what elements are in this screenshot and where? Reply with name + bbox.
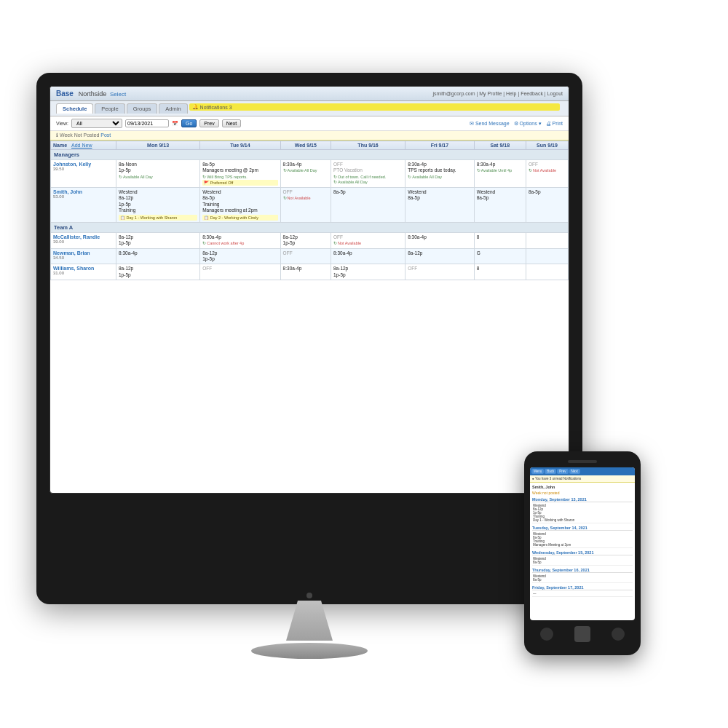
view-select[interactable]: All — [71, 119, 122, 128]
phone-entry: Westend8a-5p — [532, 556, 633, 566]
cell: 8 — [474, 232, 526, 248]
group-team-a: Team A — [51, 222, 569, 232]
cell: 8a-5p — [526, 187, 568, 222]
phone-app: Menu Back Prev Next ● You have 3 unread … — [530, 467, 635, 600]
toolbar-right: ✉ Send Message ⚙ Options ▾ 🖨 Print — [470, 121, 563, 127]
send-message-button[interactable]: ✉ Send Message — [470, 121, 510, 127]
phone-entry: — — [532, 591, 633, 597]
schedule-app: Base Northside Select jsmith@gcorp.com |… — [50, 87, 569, 493]
employee-hours: 34.50 — [53, 256, 114, 260]
col-name: Name Add New — [51, 141, 116, 150]
cell: 8a-12p1p-5p — [331, 264, 405, 280]
cell: 8a-5pManagers meeting @ 2pm Will Bring T… — [200, 160, 280, 188]
cell: 8 — [474, 264, 526, 280]
add-new-link[interactable]: Add New — [71, 143, 92, 148]
cell: Westend8a-5p — [474, 187, 526, 222]
phone-entry: Westend8a-5p — [532, 574, 633, 583]
app-logo: Base Northside Select — [56, 90, 126, 98]
employee-cell-smith: Smith, John 53.00 — [51, 187, 116, 222]
group-label-managers: Managers — [51, 150, 569, 160]
mobile-phone: Menu Back Prev Next ● You have 3 unread … — [524, 451, 641, 655]
cell: Westend8a-5pTrainingManagers meeting at … — [200, 187, 280, 222]
cell: 8a-Noon1p-5p Available All Day — [116, 160, 200, 188]
phone-back-btn[interactable]: Back — [545, 469, 556, 474]
col-wed: Wed 9/15 — [280, 141, 331, 150]
cell: OFF Not Available — [280, 187, 331, 222]
monitor-bezel-dot — [306, 593, 312, 598]
phone-day-header: Thursday, September 16, 2021 — [532, 568, 633, 573]
schedule-table-wrapper: Name Add New Mon 9/13 Tue 9/14 Wed 9/15 … — [50, 141, 569, 492]
phone-entry: Westend8a-5pTrainingManagers Meeting at … — [532, 531, 633, 548]
cell: OFF — [200, 264, 280, 280]
cell: OFF Not Available — [526, 160, 568, 188]
col-tue: Tue 9/14 — [200, 141, 280, 150]
phone-day-header: Monday, September 13, 2021 — [532, 497, 633, 502]
date-input[interactable] — [125, 119, 169, 127]
cell — [526, 264, 568, 280]
phone-notification: ● You have 3 unread Notifications — [530, 475, 635, 483]
employee-name[interactable]: Smith, John — [53, 189, 114, 194]
prev-button[interactable]: Prev — [199, 119, 218, 127]
cell: 8:30a-4pTPS reports due today. Available… — [405, 160, 474, 188]
phone-speaker — [568, 460, 597, 463]
cell: 8:30a-4p — [405, 232, 474, 248]
col-mon: Mon 9/13 — [116, 141, 200, 150]
phone-back-hw-btn[interactable] — [540, 628, 553, 641]
phone-home-btn[interactable] — [574, 626, 590, 642]
phone-prev-btn[interactable]: Prev — [557, 469, 568, 474]
employee-name[interactable]: Newman, Brian — [53, 250, 114, 256]
col-sat: Sat 9/18 — [474, 141, 526, 150]
monitor-stand-neck — [280, 601, 339, 641]
post-link[interactable]: Post — [100, 132, 111, 138]
employee-name[interactable]: McCallister, Randie — [53, 234, 114, 240]
table-row: Smith, John 53.00 Westend8a-12p1p-5pTrai… — [51, 187, 569, 222]
cell: 8a-12p1p-5p — [200, 248, 280, 264]
tab-groups[interactable]: Groups — [127, 103, 158, 114]
col-sun: Sun 9/19 — [526, 141, 568, 150]
calendar-icon[interactable]: 📅 — [172, 121, 178, 127]
tab-people[interactable]: People — [95, 103, 124, 114]
go-button[interactable]: Go — [181, 119, 197, 127]
select-link[interactable]: Select — [110, 91, 126, 98]
monitor-screen: Base Northside Select jsmith@gcorp.com |… — [50, 86, 569, 494]
col-thu: Thu 9/16 — [331, 141, 405, 150]
phone-week-status: Week not posted — [532, 491, 633, 495]
cell: OFF — [280, 248, 331, 264]
phone-frame: Menu Back Prev Next ● You have 3 unread … — [524, 451, 641, 655]
cell: 8:30a-4p — [280, 264, 331, 280]
employee-name[interactable]: Williams, Sharon — [53, 266, 114, 271]
monitor-stand-base — [251, 643, 368, 659]
cell: 8:30a-4p — [116, 248, 200, 264]
cell — [526, 248, 568, 264]
cell: OFF — [405, 264, 474, 280]
employee-hours: 53.00 — [53, 194, 114, 199]
view-label: View: — [56, 121, 68, 126]
monitor: Base Northside Select jsmith@gcorp.com |… — [36, 73, 582, 604]
employee-hours: 31.00 — [53, 271, 114, 275]
cell: 8:30a-4p — [331, 248, 405, 264]
employee-name[interactable]: Johnston, Kelly — [53, 162, 114, 167]
tab-schedule[interactable]: Schedule — [56, 103, 93, 114]
cell: G — [474, 248, 526, 264]
print-button[interactable]: 🖨 Print — [546, 121, 563, 126]
cell: 8a-12p — [405, 248, 474, 264]
week-bar: ℹ Week Not Posted Post — [50, 131, 569, 141]
phone-next-btn[interactable]: Next — [569, 469, 580, 474]
app-nav: Schedule People Groups Admin 🔔 Notificat… — [50, 101, 569, 116]
phone-menu-hw-btn[interactable] — [612, 628, 625, 641]
table-row: Johnston, Kelly 39.50 8a-Noon1p-5p Avail… — [51, 160, 569, 188]
phone-menu-btn[interactable]: Menu — [531, 469, 544, 474]
options-button[interactable]: ⚙ Options ▾ — [514, 121, 542, 127]
tab-admin[interactable]: Admin — [159, 103, 187, 114]
employee-cell-johnston: Johnston, Kelly 39.50 — [51, 160, 116, 188]
phone-controls — [530, 626, 635, 642]
monitor-frame: Base Northside Select jsmith@gcorp.com |… — [36, 73, 582, 604]
cell — [526, 232, 568, 248]
phone-nav: Menu Back Prev Next — [530, 467, 635, 475]
cell: Westend8a-5p — [405, 187, 474, 222]
cell: 8:30a-4p Cannot work after 4p — [200, 232, 280, 248]
next-button[interactable]: Next — [222, 119, 241, 127]
cell: 8a-12p1p-5p — [116, 232, 200, 248]
notification-badge[interactable]: 🔔 Notifications 3 — [189, 103, 560, 111]
col-fri: Fri 9/17 — [405, 141, 474, 150]
